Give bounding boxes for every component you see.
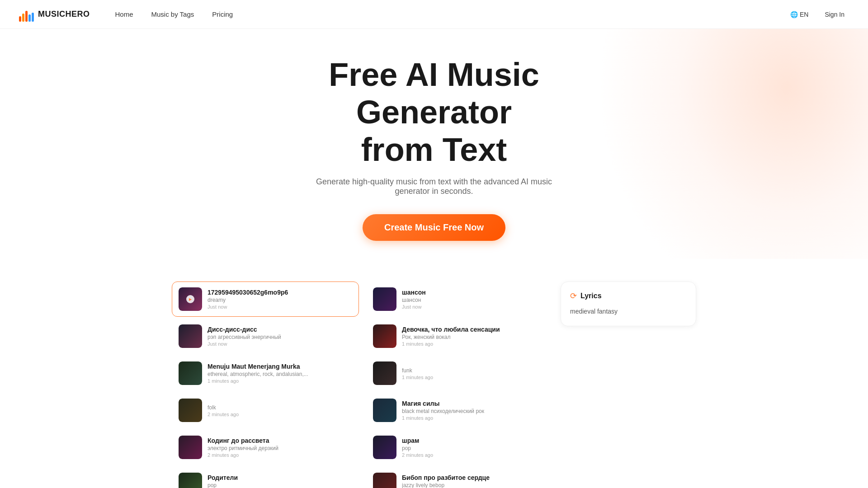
music-info: folk2 minutes ago	[208, 404, 352, 417]
music-title: Девочка, что любила сенсации	[402, 326, 547, 333]
music-card[interactable]: шансоншансонJust now	[366, 282, 553, 317]
music-title: Родители	[208, 474, 352, 481]
music-card[interactable]: Бибоп про разбитое сердцеjazzy lively be…	[366, 467, 553, 488]
music-time: 1 minutes ago	[402, 341, 547, 347]
music-tags: jazzy lively bebop	[402, 482, 547, 488]
music-thumbnail	[179, 399, 202, 422]
lyrics-panel: ⟳ Lyrics medieval fantasy	[561, 282, 696, 326]
lyrics-content: medieval fantasy	[570, 306, 687, 316]
hero-background	[597, 29, 868, 259]
nav-right: 🌐 EN Sign In	[787, 8, 850, 21]
music-thumbnail	[373, 436, 396, 459]
music-list-left: ▶172959495030652g6mo9p6dreamyJust nowДис…	[172, 282, 359, 488]
lyrics-label: Lyrics	[580, 292, 602, 300]
play-button-overlay: ▶	[179, 287, 202, 311]
music-thumbnail	[179, 361, 202, 385]
music-title: Кодинг до рассвета	[208, 437, 352, 444]
music-thumbnail	[373, 324, 396, 348]
music-thumbnail	[373, 287, 396, 311]
logo-link[interactable]: MUSICHERO	[18, 6, 90, 23]
music-time: Just now	[402, 304, 547, 310]
hero-title: Free AI Music Generator from Text	[253, 56, 615, 168]
music-title: шансон	[402, 289, 547, 296]
music-time: 2 minutes ago	[208, 412, 352, 417]
music-info: Родителиpop2 minutes ago	[208, 474, 352, 488]
music-thumbnail	[179, 436, 202, 459]
language-button[interactable]: 🌐 EN	[787, 9, 812, 20]
logo-icon	[18, 6, 34, 23]
music-thumbnail	[179, 473, 202, 488]
svg-rect-3	[28, 14, 31, 22]
play-icon: ▶	[186, 295, 194, 303]
music-thumbnail	[373, 361, 396, 385]
lyrics-header: ⟳ Lyrics	[570, 291, 687, 301]
music-info: Кодинг до рассветаэлектро ритмичный дерз…	[208, 437, 352, 458]
music-thumbnail	[373, 473, 396, 488]
music-tags: pop	[402, 445, 547, 451]
music-card[interactable]: funk1 minutes ago	[366, 356, 553, 391]
music-title: Дисс-дисс-дисс	[208, 326, 352, 333]
cta-button[interactable]: Create Music Free Now	[363, 214, 505, 241]
music-tags: ethereal, atmospheric, rock, andalusian,…	[208, 371, 352, 377]
music-time: 1 minutes ago	[402, 415, 547, 421]
music-tags: pop	[208, 482, 352, 488]
music-title: 172959495030652g6mo9p6	[208, 289, 352, 296]
music-info: Бибоп про разбитое сердцеjazzy lively be…	[402, 474, 547, 488]
sign-in-button[interactable]: Sign In	[819, 8, 850, 21]
music-tags: Рок, женский вокал	[402, 334, 547, 340]
lang-label: EN	[800, 11, 808, 18]
music-tags: шансон	[402, 297, 547, 303]
music-tags: folk	[208, 404, 352, 411]
music-info: 172959495030652g6mo9p6dreamyJust now	[208, 289, 352, 310]
music-card[interactable]: шрамpop2 minutes ago	[366, 430, 553, 465]
hero-title-line1: Free AI Music Generator	[329, 56, 539, 130]
svg-rect-0	[19, 16, 21, 22]
music-card[interactable]: ▶172959495030652g6mo9p6dreamyJust now	[172, 282, 359, 317]
nav-pricing[interactable]: Pricing	[205, 7, 240, 22]
music-info: Menuju Maut Menerjang Murkaethereal, atm…	[208, 363, 352, 384]
nav-home[interactable]: Home	[108, 7, 141, 22]
music-info: funk1 minutes ago	[402, 366, 547, 380]
music-time: Just now	[208, 304, 352, 310]
music-info: шрамpop2 minutes ago	[402, 437, 547, 458]
music-title: Бибоп про разбитое сердце	[402, 474, 547, 481]
lyrics-icon: ⟳	[570, 291, 577, 301]
hero-section: Free AI Music Generator from Text Genera…	[0, 29, 868, 259]
music-time: 2 minutes ago	[208, 452, 352, 458]
music-time: 1 minutes ago	[208, 378, 352, 384]
music-info: шансоншансонJust now	[402, 289, 547, 310]
music-time: 2 minutes ago	[402, 452, 547, 458]
music-card[interactable]: folk2 minutes ago	[172, 393, 359, 428]
svg-rect-4	[32, 13, 34, 22]
music-time: 1 minutes ago	[402, 375, 547, 380]
nav-links: Home Music by Tags Pricing	[108, 7, 787, 22]
nav-music-by-tags[interactable]: Music by Tags	[144, 7, 202, 22]
music-card[interactable]: Родителиpop2 minutes ago	[172, 467, 359, 488]
music-card[interactable]: Menuju Maut Menerjang Murkaethereal, atm…	[172, 356, 359, 391]
svg-rect-2	[25, 11, 28, 22]
svg-rect-1	[22, 14, 24, 22]
logo-text: MUSICHERO	[38, 9, 90, 19]
music-card[interactable]: Дисс-дисс-диссрэп агрессивный энергичный…	[172, 319, 359, 354]
hero-subtitle: Generate high-quality music from text wi…	[298, 177, 570, 196]
music-info: Дисс-дисс-диссрэп агрессивный энергичный…	[208, 326, 352, 347]
music-time: Just now	[208, 341, 352, 347]
music-card[interactable]: Кодинг до рассветаэлектро ритмичный дерз…	[172, 430, 359, 465]
music-section: ▶172959495030652g6mo9p6dreamyJust nowДис…	[163, 282, 705, 488]
music-tags: funk	[402, 367, 547, 374]
music-tags: black metal психоделический рок	[402, 408, 547, 414]
music-thumbnail	[373, 399, 396, 422]
hero-title-line2: from Text	[361, 131, 507, 168]
music-list-right: шансоншансонJust nowДевочка, что любила …	[366, 282, 553, 488]
music-card[interactable]: Девочка, что любила сенсацииРок, женский…	[366, 319, 553, 354]
music-title: Menuju Maut Menerjang Murka	[208, 363, 352, 370]
globe-icon: 🌐	[790, 11, 798, 18]
navbar: MUSICHERO Home Music by Tags Pricing 🌐 E…	[0, 0, 868, 29]
music-title: шрам	[402, 437, 547, 444]
music-info: Магия силыblack metal психоделический ро…	[402, 400, 547, 421]
music-title: Магия силы	[402, 400, 547, 407]
music-thumbnail: ▶	[179, 287, 202, 311]
music-info: Девочка, что любила сенсацииРок, женский…	[402, 326, 547, 347]
music-tags: электро ритмичный дерзкий	[208, 445, 352, 451]
music-card[interactable]: Магия силыblack metal психоделический ро…	[366, 393, 553, 428]
